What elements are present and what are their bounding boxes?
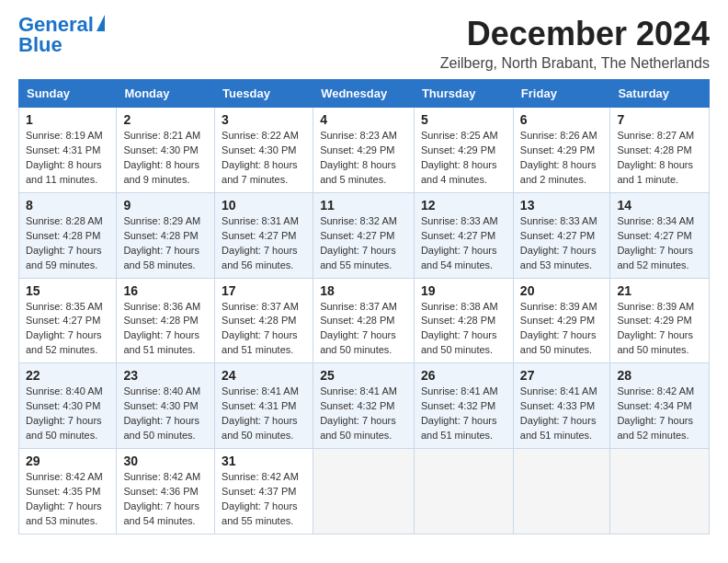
day-number: 23 bbox=[123, 368, 208, 383]
day-cell: 28Sunrise: 8:42 AMSunset: 4:34 PMDayligh… bbox=[610, 363, 710, 449]
day-info: Sunrise: 8:28 AMSunset: 4:28 PMDaylight:… bbox=[26, 214, 109, 273]
day-number: 26 bbox=[421, 368, 506, 383]
day-info: Sunrise: 8:32 AMSunset: 4:27 PMDaylight:… bbox=[320, 214, 407, 273]
day-cell: 11Sunrise: 8:32 AMSunset: 4:27 PMDayligh… bbox=[313, 192, 415, 278]
day-info: Sunrise: 8:25 AMSunset: 4:29 PMDaylight:… bbox=[421, 129, 506, 188]
day-number: 3 bbox=[222, 112, 306, 127]
day-number: 18 bbox=[320, 283, 407, 298]
day-number: 22 bbox=[26, 368, 109, 383]
day-number: 10 bbox=[222, 198, 306, 213]
day-info: Sunrise: 8:41 AMSunset: 4:33 PMDaylight:… bbox=[520, 385, 604, 443]
day-info: Sunrise: 8:35 AMSunset: 4:27 PMDaylight:… bbox=[26, 300, 109, 359]
column-header-thursday: Thursday bbox=[414, 80, 513, 108]
day-cell bbox=[414, 449, 513, 534]
day-cell: 21Sunrise: 8:39 AMSunset: 4:29 PMDayligh… bbox=[610, 278, 710, 363]
week-row-3: 15Sunrise: 8:35 AMSunset: 4:27 PMDayligh… bbox=[19, 278, 710, 363]
day-info: Sunrise: 8:41 AMSunset: 4:32 PMDaylight:… bbox=[421, 385, 506, 443]
day-info: Sunrise: 8:40 AMSunset: 4:30 PMDaylight:… bbox=[123, 385, 208, 443]
day-number: 21 bbox=[617, 283, 702, 298]
day-cell: 20Sunrise: 8:39 AMSunset: 4:29 PMDayligh… bbox=[513, 278, 610, 363]
day-number: 13 bbox=[520, 198, 604, 213]
day-info: Sunrise: 8:34 AMSunset: 4:27 PMDaylight:… bbox=[617, 214, 702, 273]
day-cell: 13Sunrise: 8:33 AMSunset: 4:27 PMDayligh… bbox=[513, 192, 610, 278]
day-number: 11 bbox=[320, 198, 407, 213]
day-cell: 25Sunrise: 8:41 AMSunset: 4:32 PMDayligh… bbox=[313, 363, 415, 449]
day-number: 29 bbox=[26, 454, 109, 468]
day-cell: 16Sunrise: 8:36 AMSunset: 4:28 PMDayligh… bbox=[117, 278, 215, 363]
day-number: 5 bbox=[421, 112, 506, 127]
day-info: Sunrise: 8:33 AMSunset: 4:27 PMDaylight:… bbox=[520, 214, 604, 273]
calendar-header-row: SundayMondayTuesdayWednesdayThursdayFrid… bbox=[19, 80, 710, 108]
calendar-body: 1Sunrise: 8:19 AMSunset: 4:31 PMDaylight… bbox=[19, 108, 710, 534]
column-header-wednesday: Wednesday bbox=[313, 80, 415, 108]
day-cell bbox=[610, 449, 710, 534]
week-row-5: 29Sunrise: 8:42 AMSunset: 4:35 PMDayligh… bbox=[19, 449, 710, 534]
header: General Blue December 2024 Zeilberg, Nor… bbox=[18, 15, 710, 72]
day-info: Sunrise: 8:42 AMSunset: 4:36 PMDaylight:… bbox=[123, 470, 208, 529]
day-number: 17 bbox=[222, 283, 306, 298]
day-cell: 6Sunrise: 8:26 AMSunset: 4:29 PMDaylight… bbox=[513, 108, 610, 193]
column-header-tuesday: Tuesday bbox=[215, 80, 313, 108]
column-header-sunday: Sunday bbox=[19, 80, 117, 108]
day-cell: 8Sunrise: 8:28 AMSunset: 4:28 PMDaylight… bbox=[19, 192, 117, 278]
week-row-1: 1Sunrise: 8:19 AMSunset: 4:31 PMDaylight… bbox=[19, 108, 710, 193]
day-cell bbox=[313, 449, 415, 534]
day-number: 12 bbox=[421, 198, 506, 213]
day-cell: 1Sunrise: 8:19 AMSunset: 4:31 PMDaylight… bbox=[19, 108, 117, 193]
day-number: 24 bbox=[222, 368, 306, 383]
day-info: Sunrise: 8:41 AMSunset: 4:32 PMDaylight:… bbox=[320, 385, 407, 443]
column-header-friday: Friday bbox=[513, 80, 610, 108]
day-number: 9 bbox=[123, 198, 208, 213]
day-info: Sunrise: 8:42 AMSunset: 4:34 PMDaylight:… bbox=[617, 385, 702, 443]
logo-text-blue: Blue bbox=[18, 35, 63, 55]
day-cell: 30Sunrise: 8:42 AMSunset: 4:36 PMDayligh… bbox=[117, 449, 215, 534]
day-number: 1 bbox=[26, 112, 109, 127]
day-cell: 27Sunrise: 8:41 AMSunset: 4:33 PMDayligh… bbox=[513, 363, 610, 449]
day-info: Sunrise: 8:40 AMSunset: 4:30 PMDaylight:… bbox=[26, 385, 109, 443]
day-info: Sunrise: 8:19 AMSunset: 4:31 PMDaylight:… bbox=[26, 129, 109, 188]
day-number: 8 bbox=[26, 198, 109, 213]
day-info: Sunrise: 8:22 AMSunset: 4:30 PMDaylight:… bbox=[222, 129, 306, 188]
day-cell: 17Sunrise: 8:37 AMSunset: 4:28 PMDayligh… bbox=[215, 278, 313, 363]
day-info: Sunrise: 8:39 AMSunset: 4:29 PMDaylight:… bbox=[617, 300, 702, 359]
day-number: 15 bbox=[26, 283, 109, 298]
day-cell bbox=[513, 449, 610, 534]
calendar-table: SundayMondayTuesdayWednesdayThursdayFrid… bbox=[18, 79, 710, 534]
day-info: Sunrise: 8:42 AMSunset: 4:35 PMDaylight:… bbox=[26, 470, 109, 529]
day-info: Sunrise: 8:26 AMSunset: 4:29 PMDaylight:… bbox=[520, 129, 604, 188]
day-cell: 2Sunrise: 8:21 AMSunset: 4:30 PMDaylight… bbox=[117, 108, 215, 193]
day-number: 27 bbox=[520, 368, 604, 383]
logo-text: General bbox=[18, 15, 94, 35]
day-number: 7 bbox=[617, 112, 702, 127]
day-number: 4 bbox=[320, 112, 407, 127]
day-cell: 26Sunrise: 8:41 AMSunset: 4:32 PMDayligh… bbox=[414, 363, 513, 449]
day-number: 20 bbox=[520, 283, 604, 298]
day-info: Sunrise: 8:41 AMSunset: 4:31 PMDaylight:… bbox=[222, 385, 306, 443]
day-info: Sunrise: 8:36 AMSunset: 4:28 PMDaylight:… bbox=[123, 300, 208, 359]
day-number: 2 bbox=[123, 112, 208, 127]
day-cell: 18Sunrise: 8:37 AMSunset: 4:28 PMDayligh… bbox=[313, 278, 415, 363]
week-row-2: 8Sunrise: 8:28 AMSunset: 4:28 PMDaylight… bbox=[19, 192, 710, 278]
day-cell: 31Sunrise: 8:42 AMSunset: 4:37 PMDayligh… bbox=[215, 449, 313, 534]
day-info: Sunrise: 8:31 AMSunset: 4:27 PMDaylight:… bbox=[222, 214, 306, 273]
day-cell: 22Sunrise: 8:40 AMSunset: 4:30 PMDayligh… bbox=[19, 363, 117, 449]
calendar-title: December 2024 bbox=[440, 15, 710, 53]
title-block: December 2024 Zeilberg, North Brabant, T… bbox=[440, 15, 710, 72]
day-cell: 14Sunrise: 8:34 AMSunset: 4:27 PMDayligh… bbox=[610, 192, 710, 278]
day-info: Sunrise: 8:37 AMSunset: 4:28 PMDaylight:… bbox=[320, 300, 407, 359]
day-number: 19 bbox=[421, 283, 506, 298]
day-cell: 23Sunrise: 8:40 AMSunset: 4:30 PMDayligh… bbox=[117, 363, 215, 449]
day-cell: 29Sunrise: 8:42 AMSunset: 4:35 PMDayligh… bbox=[19, 449, 117, 534]
day-number: 6 bbox=[520, 112, 604, 127]
day-info: Sunrise: 8:37 AMSunset: 4:28 PMDaylight:… bbox=[222, 300, 306, 359]
day-info: Sunrise: 8:29 AMSunset: 4:28 PMDaylight:… bbox=[123, 214, 208, 273]
day-info: Sunrise: 8:38 AMSunset: 4:28 PMDaylight:… bbox=[421, 300, 506, 359]
day-cell: 4Sunrise: 8:23 AMSunset: 4:29 PMDaylight… bbox=[313, 108, 415, 193]
day-info: Sunrise: 8:27 AMSunset: 4:28 PMDaylight:… bbox=[617, 129, 702, 188]
day-cell: 3Sunrise: 8:22 AMSunset: 4:30 PMDaylight… bbox=[215, 108, 313, 193]
day-cell: 12Sunrise: 8:33 AMSunset: 4:27 PMDayligh… bbox=[414, 192, 513, 278]
calendar-subtitle: Zeilberg, North Brabant, The Netherlands bbox=[440, 55, 710, 72]
day-cell: 10Sunrise: 8:31 AMSunset: 4:27 PMDayligh… bbox=[215, 192, 313, 278]
day-cell: 5Sunrise: 8:25 AMSunset: 4:29 PMDaylight… bbox=[414, 108, 513, 193]
day-info: Sunrise: 8:23 AMSunset: 4:29 PMDaylight:… bbox=[320, 129, 407, 188]
